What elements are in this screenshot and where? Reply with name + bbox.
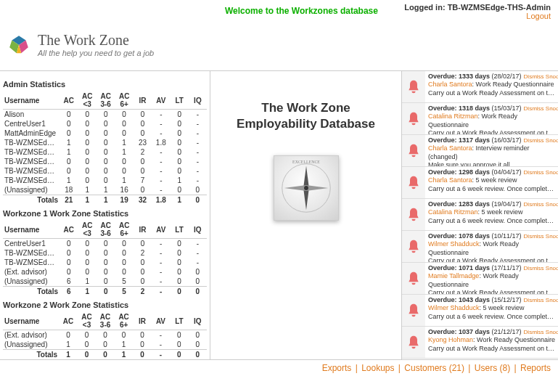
stats-panel: Admin StatisticsUsernameACAC <3AC 3-6AC … [0,71,210,359]
stats-col-header: AC 3-6 [97,91,115,110]
alert-dismiss-link[interactable]: Dismiss [524,73,544,80]
alert-dismiss-link[interactable]: Dismiss [524,169,544,176]
stats-col-header: AV [152,312,170,330]
alert-row[interactable]: Overdue: 1283 days (19/04/17)Dismiss Sno… [402,199,558,231]
alert-customer[interactable]: Catalina Ritzman [428,208,478,216]
alert-dismiss-link[interactable]: Dismiss [524,233,544,240]
alert-dismiss-link[interactable]: Dismiss [524,265,544,271]
stats-cell: 1 [171,176,189,185]
stats-cell: 0 [96,330,115,340]
stats-col-header: Username [3,221,60,239]
alert-snooze-link[interactable]: Snooze [546,137,558,144]
stats-cell: 0 [97,119,115,128]
stats-cell: 1 [60,176,78,185]
footer-nav: Exports | Lookups | Customers (21) | Use… [0,359,558,376]
bell-icon [402,263,425,294]
stats-col-header: AC <3 [78,312,97,330]
alert-row[interactable]: Overdue: 1298 days (04/04/17)Dismiss Sno… [402,167,558,199]
alert-row[interactable]: Overdue: 1078 days (10/11/17)Dismiss Sno… [402,231,558,263]
alert-overdue: Overdue: 1043 days [428,296,492,303]
bell-icon [402,103,425,134]
alert-desc: Make sure you approve it all [428,161,555,166]
alert-dismiss-link[interactable]: Dismiss [524,297,544,303]
alert-customer[interactable]: Charla Santora [428,144,472,152]
stats-cell: 1.8 [152,138,170,147]
alert-row[interactable]: Overdue: 1333 days (28/02/17)Dismiss Sno… [402,71,558,103]
stats-cell: 0 [78,340,97,350]
svg-point-3 [304,186,308,190]
logout-link[interactable]: Logout [404,12,551,20]
stats-username: CentreUser1 [3,239,60,249]
stats-cell: 0 [170,277,188,287]
stats-cell: - [152,119,170,128]
stats-cell: 0 [134,110,152,120]
stats-cell: 0 [78,239,96,249]
alert-dismiss-link[interactable]: Dismiss [524,137,544,144]
stats-cell: 0 [97,248,115,258]
table-row: TB-WZMSEdg…00002-0- [3,248,207,258]
table-row: TB-WZMSEdg…00000-0- [3,166,207,176]
stats-totals-cell: 32 [134,195,152,205]
footer-users[interactable]: Users (8) [475,363,510,373]
alert-snooze-link[interactable]: Snooze [546,233,558,240]
stats-totals-cell: 1 [78,287,96,297]
alert-snooze-link[interactable]: Snooze [546,201,558,208]
alert-customer[interactable]: Charla Santora [428,81,472,88]
stats-totals-cell: 0 [133,350,151,360]
alert-snooze-link[interactable]: Snooze [546,169,558,176]
alert-dismiss-link[interactable]: Dismiss [524,105,544,112]
alert-snooze-link[interactable]: Snooze [546,265,558,271]
alert-date: (21/12/17) [492,328,522,335]
stats-cell: - [189,258,207,267]
stats-cell: 0 [115,119,133,128]
bell-icon [402,199,425,230]
alert-dismiss-link[interactable]: Dismiss [524,201,544,208]
footer-customers[interactable]: Customers (21) [404,363,464,373]
table-row: (Unassigned)61050-00 [3,277,207,287]
stats-cell: - [152,340,170,350]
stats-username: MattAdminEdge [3,128,60,138]
footer-reports[interactable]: Reports [520,363,551,373]
alert-subject: : 5 week review [472,176,517,184]
alert-customer[interactable]: Wilmer Shadduck [428,304,480,311]
stats-cell: 0 [189,330,207,340]
alert-customer[interactable]: Charla Santora [428,176,472,184]
stats-totals-cell: 1 [97,195,115,205]
stats-cell: 0 [134,157,152,166]
stats-username: TB-WZMSEdg… [3,138,60,147]
alert-row[interactable]: Overdue: 1317 days (16/03/17)Dismiss Sno… [402,135,558,167]
alert-dismiss-link[interactable]: Dismiss [524,329,544,335]
stats-cell: 0 [115,267,133,277]
stats-col-header: IR [134,91,152,110]
stats-cell: - [152,128,170,138]
alert-customer[interactable]: Wilmer Shadduck [428,240,480,248]
alert-customer[interactable]: Catalina Ritzman [428,113,478,120]
footer-exports[interactable]: Exports [322,363,352,373]
stats-username: CentreUser1 [3,119,60,128]
stats-cell: - [152,239,170,249]
alert-row[interactable]: Overdue: 1318 days (15/03/17)Dismiss Sno… [402,103,558,135]
stats-col-header: Username [3,91,60,110]
alert-date: (28/02/17) [492,73,522,80]
alert-row[interactable]: Overdue: 1043 days (15/12/17)Dismiss Sno… [402,295,558,327]
stats-col-header: Username [3,312,59,330]
stats-cell: 1 [59,340,78,350]
footer-lookups[interactable]: Lookups [361,363,394,373]
stats-cell: - [189,157,207,166]
stats-col-header: LT [171,91,189,110]
stats-cell: - [152,248,170,258]
stats-col-header: IR [134,221,152,239]
alert-snooze-link[interactable]: Snooze [546,73,558,80]
alert-snooze-link[interactable]: Snooze [546,297,558,303]
alert-snooze-link[interactable]: Snooze [546,329,558,335]
alert-customer[interactable]: Mamie Tallmadge [428,272,479,279]
alert-customer[interactable]: Kyong Hohman [428,336,473,343]
stats-cell: 0 [189,185,207,195]
alert-row[interactable]: Overdue: 1071 days (17/11/17)Dismiss Sno… [402,263,558,295]
stats-totals-label: Totals [3,350,59,360]
stats-cell: 0 [171,128,189,138]
alert-snooze-link[interactable]: Snooze [546,105,558,112]
stats-cell: 1 [60,147,78,157]
stats-cell: - [152,147,170,157]
alert-row[interactable]: Overdue: 1037 days (21/12/17)Dismiss Sno… [402,327,558,359]
